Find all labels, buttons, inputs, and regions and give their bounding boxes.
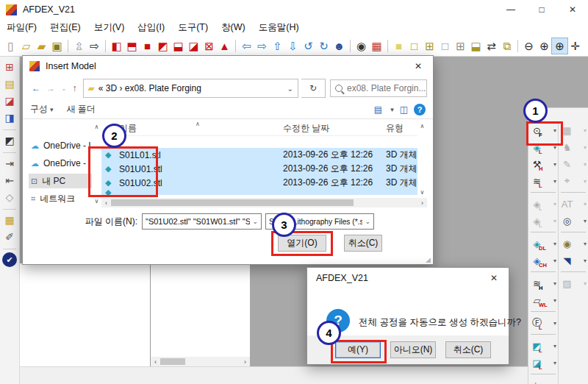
- scroll-up-icon[interactable]: ∧: [95, 124, 99, 130]
- dialog-close-button[interactable]: ✕: [404, 56, 433, 77]
- nav-onedrive-2[interactable]: ☁ OneDrive - I: [29, 156, 92, 171]
- cube-red-corner-icon[interactable]: ◩: [155, 38, 171, 54]
- spring-h-button[interactable]: ≋ H ▾: [530, 275, 556, 291]
- flow-export-icon[interactable]: ⇥: [2, 156, 17, 171]
- ring-button[interactable]: ◎ ▾: [560, 213, 587, 229]
- minimize-button[interactable]: —: [495, 0, 526, 19]
- view-caret-icon[interactable]: ▾: [390, 106, 394, 113]
- cube-top-yellow-icon[interactable]: ⬓: [468, 38, 484, 54]
- chevron-down-icon[interactable]: ▾: [584, 201, 587, 207]
- menu-item[interactable]: 도구(T): [171, 21, 215, 34]
- confirm-close-button[interactable]: ✕: [479, 268, 509, 288]
- cube-swap-icon[interactable]: ⇄: [484, 38, 499, 54]
- zoom-window-icon[interactable]: ⊕: [552, 38, 567, 54]
- search-box[interactable]: ex08. Plate Forgin...: [330, 79, 427, 97]
- chevron-down-icon[interactable]: ▾: [553, 257, 556, 264]
- breadcrumb[interactable]: ▰ « 3D › ex08. Plate Forging ⌄: [83, 79, 298, 98]
- chevron-down-icon[interactable]: ▾: [584, 178, 587, 185]
- hammer-tool-button[interactable]: ⚒ H ▾: [530, 156, 556, 172]
- scroll-down-icon[interactable]: ∨: [95, 198, 99, 205]
- column-header-name[interactable]: 이름: [101, 122, 283, 135]
- cube-red-top-icon[interactable]: ⬒: [124, 38, 140, 54]
- check-icon[interactable]: ✔: [2, 252, 17, 267]
- scroll-thumb[interactable]: [160, 358, 185, 365]
- chevron-down-icon[interactable]: ▾: [553, 161, 556, 168]
- block-tl-button[interactable]: ◪ L ▾: [530, 355, 556, 371]
- chevron-down-icon[interactable]: ▾: [584, 144, 587, 151]
- maximize-button[interactable]: □: [526, 0, 557, 19]
- scroll-left-icon[interactable]: ‹: [101, 199, 111, 207]
- chevron-down-icon[interactable]: ▾: [553, 241, 556, 247]
- chevron-down-icon[interactable]: ▾: [584, 280, 587, 287]
- cube-move-left-icon[interactable]: ⇦: [239, 38, 254, 54]
- cube-move-up-icon[interactable]: ⇧: [270, 38, 285, 54]
- wire-cube-icon[interactable]: ◇: [2, 190, 17, 205]
- viewport-scrollbar[interactable]: ‹ ›: [151, 357, 250, 366]
- monitor-dark-icon[interactable]: ◩: [2, 133, 17, 148]
- nav-network[interactable]: ⌗ 네트워크: [29, 191, 92, 206]
- picker-icon[interactable]: ✐: [2, 230, 17, 244]
- breadcrumb-path[interactable]: « 3D › ex08. Plate Forging: [98, 83, 201, 93]
- cube-red-cross-icon[interactable]: ⊠: [201, 38, 217, 54]
- at-button[interactable]: AT ▾: [560, 196, 587, 212]
- scroll-up-icon[interactable]: ∧: [420, 123, 425, 129]
- monitor-chart-icon[interactable]: ◨: [2, 110, 17, 125]
- cube-solid-yellow-icon[interactable]: ■: [391, 38, 406, 54]
- scroll-thumb[interactable]: [111, 199, 354, 206]
- chevron-down-icon[interactable]: ⌄: [252, 218, 258, 225]
- column-header-date[interactable]: 수정한 날짜: [283, 122, 386, 135]
- scroll-left-icon[interactable]: ‹: [151, 358, 160, 366]
- view-mode-icon[interactable]: ▤: [374, 104, 382, 115]
- save-icon[interactable]: ▣: [49, 38, 65, 54]
- rotate-ccw-icon[interactable]: ↺: [301, 38, 316, 54]
- chevron-down-icon[interactable]: ▾: [584, 241, 587, 247]
- eraser-wl-button[interactable]: ▱ WL ▾: [530, 292, 556, 308]
- menu-item[interactable]: 파일(F): [0, 21, 43, 34]
- library-icon[interactable]: ▤: [2, 77, 17, 91]
- nav-onedrive-1[interactable]: ☁ OneDrive - I: [29, 138, 92, 153]
- flange-fl-button[interactable]: Ⓕ L ▾: [530, 315, 556, 331]
- chevron-down-icon[interactable]: ⌄: [365, 218, 370, 225]
- cancel-button[interactable]: 취소(C): [445, 341, 491, 358]
- new-folder-button[interactable]: 새 폴더: [67, 103, 96, 115]
- chevron-down-icon[interactable]: ▾: [553, 178, 556, 185]
- chevron-down-icon[interactable]: ▾: [553, 218, 556, 224]
- cube-move-down-icon[interactable]: ⇩: [285, 38, 301, 54]
- preview-pane-icon[interactable]: ◫: [400, 104, 408, 115]
- chevron-down-icon[interactable]: ▾: [584, 218, 587, 224]
- cube-red-solid-icon[interactable]: ■: [140, 38, 155, 54]
- search-text[interactable]: ex08. Plate Forgin...: [347, 83, 426, 93]
- chevron-down-icon[interactable]: ▾: [584, 161, 587, 168]
- flow-import-icon[interactable]: ⇤: [2, 173, 17, 188]
- die-dl-button[interactable]: ◈ DL ▾: [530, 235, 556, 252]
- pan-hand-icon[interactable]: ✛: [567, 38, 583, 54]
- cube-red-bottom-icon[interactable]: ⬓: [171, 38, 186, 54]
- refresh-button[interactable]: ↻: [301, 79, 326, 98]
- pin-button[interactable]: ⌖ ▾: [560, 173, 587, 189]
- chevron-down-icon[interactable]: ▾: [584, 257, 587, 264]
- zoom-in-icon[interactable]: ⊕: [537, 38, 552, 54]
- org-chart-icon[interactable]: ▦: [2, 213, 17, 227]
- organize-button[interactable]: 구성: [30, 103, 48, 115]
- model-tree-icon[interactable]: ⊞: [2, 60, 17, 74]
- menu-item[interactable]: 도움말(H): [252, 21, 306, 34]
- cube-grid-icon[interactable]: ⊞: [453, 38, 468, 54]
- hatch-button[interactable]: ▨ ▾: [560, 275, 587, 291]
- back-icon[interactable]: ←: [29, 83, 43, 93]
- new-file-icon[interactable]: ▯: [3, 38, 18, 54]
- menu-item[interactable]: 편집(E): [43, 21, 87, 34]
- organize-caret-icon[interactable]: ▾: [50, 106, 54, 113]
- die-gray2-button[interactable]: ◈ L ▾: [530, 213, 556, 229]
- cube-move-right-icon[interactable]: ⇨: [254, 38, 270, 54]
- help-icon[interactable]: ?: [414, 104, 426, 115]
- block-yl-button[interactable]: ◩ L ▾: [530, 338, 556, 354]
- palette-icon[interactable]: ▦: [369, 38, 384, 54]
- cube-split-yellow-icon[interactable]: ⊞: [422, 38, 437, 54]
- scroll-right-icon[interactable]: ›: [240, 358, 250, 366]
- cube-outline-yellow-icon[interactable]: □: [406, 38, 422, 54]
- spring-tool-button[interactable]: ≋ L ▾: [530, 173, 556, 189]
- chevron-down-icon[interactable]: ▾: [553, 343, 556, 349]
- flag-button[interactable]: ◥ ▾: [560, 252, 587, 269]
- no-button[interactable]: 아니오(N): [390, 341, 436, 358]
- import-folder-icon[interactable]: ▰: [34, 38, 49, 54]
